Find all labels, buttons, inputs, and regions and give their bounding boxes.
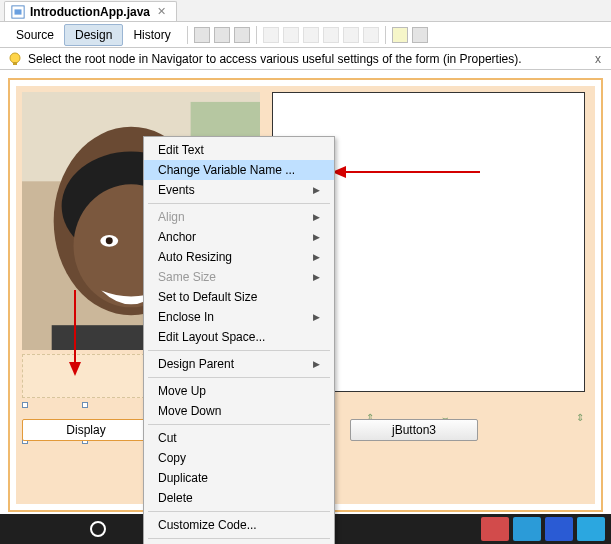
- svg-point-12: [106, 237, 113, 244]
- file-tab[interactable]: IntroductionApp.java ✕: [4, 1, 177, 21]
- same-height-icon: [363, 27, 379, 43]
- submenu-arrow-icon: ▶: [313, 312, 320, 322]
- tab-source[interactable]: Source: [6, 25, 64, 45]
- align-toolbar: [263, 27, 379, 43]
- connection-mode-icon[interactable]: [214, 27, 230, 43]
- ctx-move-down[interactable]: Move Down: [144, 401, 334, 421]
- submenu-arrow-icon: ▶: [313, 212, 320, 222]
- button-display[interactable]: Display: [22, 419, 150, 441]
- hint-text: Select the root node in Navigator to acc…: [28, 52, 522, 66]
- ctx-change-variable-name[interactable]: Change Variable Name ...: [144, 160, 334, 180]
- align-left-icon: [263, 27, 279, 43]
- same-width-icon: [343, 27, 359, 43]
- svg-rect-3: [13, 62, 17, 65]
- svg-point-2: [10, 53, 20, 63]
- taskbar-apps: [481, 517, 611, 541]
- context-menu: Edit Text Change Variable Name ... Event…: [143, 136, 335, 544]
- taskbar-app-icon[interactable]: [577, 517, 605, 541]
- hint-close-button[interactable]: x: [595, 52, 601, 66]
- taskbar-app-icon[interactable]: [545, 517, 573, 541]
- align-bottom-icon: [323, 27, 339, 43]
- preview-icon[interactable]: [234, 27, 250, 43]
- ctx-anchor[interactable]: Anchor▶: [144, 227, 334, 247]
- taskbar-app-icon[interactable]: [481, 517, 509, 541]
- design-toolbar: [194, 27, 250, 43]
- hint-bar: Select the root node in Navigator to acc…: [0, 48, 611, 70]
- ctx-align: Align▶: [144, 207, 334, 227]
- separator: [256, 26, 257, 44]
- ctx-enclose-in[interactable]: Enclose In▶: [144, 307, 334, 327]
- ctx-move-up[interactable]: Move Up: [144, 381, 334, 401]
- ctx-duplicate[interactable]: Duplicate: [144, 468, 334, 488]
- ctx-separator: [148, 424, 330, 425]
- taskbar-app-icon[interactable]: [513, 517, 541, 541]
- file-tab-bar: IntroductionApp.java ✕: [0, 0, 611, 22]
- separator: [187, 26, 188, 44]
- tab-close-icon[interactable]: ✕: [155, 5, 168, 18]
- button-jbutton3[interactable]: jButton3: [350, 419, 478, 441]
- ctx-events[interactable]: Events▶: [144, 180, 334, 200]
- ctx-same-size: Same Size▶: [144, 267, 334, 287]
- start-area[interactable]: [0, 514, 80, 544]
- submenu-arrow-icon: ▶: [313, 359, 320, 369]
- tab-history[interactable]: History: [123, 25, 180, 45]
- separator: [385, 26, 386, 44]
- align-right-icon: [283, 27, 299, 43]
- submenu-arrow-icon: ▶: [313, 252, 320, 262]
- ctx-design-parent[interactable]: Design Parent▶: [144, 354, 334, 374]
- ctx-copy[interactable]: Copy: [144, 448, 334, 468]
- java-file-icon: [11, 5, 25, 19]
- ctx-delete[interactable]: Delete: [144, 488, 334, 508]
- svg-rect-1: [15, 9, 22, 14]
- ctx-cut[interactable]: Cut: [144, 428, 334, 448]
- selection-mode-icon[interactable]: [194, 27, 210, 43]
- ctx-edit-layout-space[interactable]: Edit Layout Space...: [144, 327, 334, 347]
- ctx-edit-text[interactable]: Edit Text: [144, 140, 334, 160]
- ctx-separator: [148, 350, 330, 351]
- lightbulb-icon: [8, 52, 22, 66]
- editor-mode-bar: Source Design History: [0, 22, 611, 48]
- submenu-arrow-icon: ▶: [313, 272, 320, 282]
- ctx-separator: [148, 203, 330, 204]
- file-name: IntroductionApp.java: [30, 5, 150, 19]
- ctx-auto-resizing[interactable]: Auto Resizing▶: [144, 247, 334, 267]
- align-top-icon: [303, 27, 319, 43]
- ctx-separator: [148, 377, 330, 378]
- misc-toolbar: [392, 27, 428, 43]
- link-icon[interactable]: [392, 27, 408, 43]
- ctx-customize-code[interactable]: Customize Code...: [144, 515, 334, 535]
- tab-design[interactable]: Design: [64, 24, 123, 46]
- submenu-arrow-icon: ▶: [313, 232, 320, 242]
- ctx-set-default-size[interactable]: Set to Default Size: [144, 287, 334, 307]
- cortana-button[interactable]: [80, 514, 116, 544]
- submenu-arrow-icon: ▶: [313, 185, 320, 195]
- cortana-icon: [90, 521, 106, 537]
- settings-icon[interactable]: [412, 27, 428, 43]
- ctx-separator: [148, 511, 330, 512]
- ctx-separator: [148, 538, 330, 539]
